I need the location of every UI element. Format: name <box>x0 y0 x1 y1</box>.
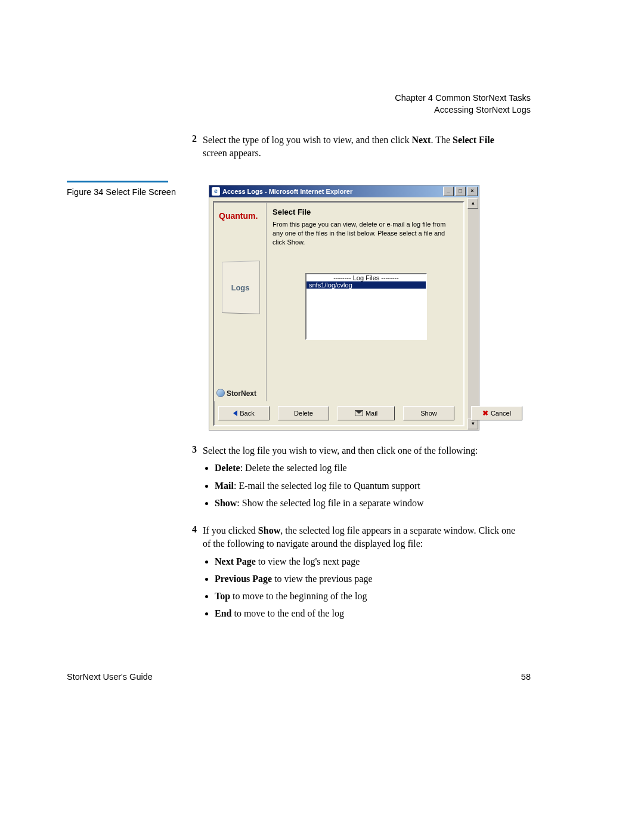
x-icon: ✖ <box>482 409 488 417</box>
section-line: Accessing StorNext Logs <box>395 104 531 116</box>
window-client-area: ▴ ▾ Quantum. Logs StorNext Select File F… <box>209 197 479 430</box>
list-item: End to move to the end of the log <box>215 606 516 620</box>
bullet-text: to move to the end of the log <box>231 608 343 618</box>
step-2: 2 Select the type of log you wish to vie… <box>203 134 516 160</box>
bullet-keyword: Top <box>215 591 230 601</box>
footer-page-number: 58 <box>521 672 531 682</box>
cancel-label: Cancel <box>491 410 511 417</box>
text: Select the type of log you wish to view,… <box>203 135 411 145</box>
window-buttons: _ □ × <box>443 187 478 196</box>
window-title: Access Logs - Microsoft Internet Explore… <box>222 188 352 195</box>
content-column: Select File From this page you can view,… <box>267 202 463 401</box>
step-number: 2 <box>192 134 197 144</box>
bullet-keyword: Previous Page <box>215 574 272 584</box>
minimize-button[interactable]: _ <box>443 187 454 196</box>
document-page: Chapter 4 Common StorNext Tasks Accessin… <box>0 0 644 833</box>
figure-caption: Figure 34 Select File Screen <box>67 187 176 197</box>
step-body: If you clicked Show, the selected log fi… <box>203 524 516 621</box>
step-3: 3 Select the log file you wish to view, … <box>203 444 516 513</box>
screenshot-window: e Access Logs - Microsoft Internet Explo… <box>209 185 479 431</box>
running-header: Chapter 4 Common StorNext Tasks Accessin… <box>395 92 531 116</box>
logs-label: Logs <box>231 283 249 292</box>
maximize-button[interactable]: □ <box>455 187 466 196</box>
window-titlebar: e Access Logs - Microsoft Internet Explo… <box>209 185 479 197</box>
bullet-text: : Delete the selected log file <box>240 463 347 473</box>
select-file-label: Select File <box>453 135 494 145</box>
button-bar: Back Delete Mail Show ✖Cancel <box>214 401 463 425</box>
logs-book-icon: Logs <box>222 261 259 314</box>
close-button[interactable]: × <box>467 187 478 196</box>
globe-icon <box>216 389 225 397</box>
list-item: Delete: Delete the selected log file <box>215 461 516 475</box>
bullet-text: to view the log's next page <box>256 556 360 566</box>
list-header: -------- Log Files -------- <box>306 274 426 281</box>
chapter-line: Chapter 4 Common StorNext Tasks <box>395 92 531 104</box>
footer-left: StorNext User's Guide <box>67 672 153 682</box>
back-label: Back <box>240 410 254 417</box>
figure-rule <box>67 181 168 182</box>
bullet-text: to move to the beginning of the log <box>230 591 367 601</box>
step-number: 4 <box>192 524 197 535</box>
bullet-keyword: Next Page <box>215 556 256 566</box>
mail-label: Mail <box>366 410 377 417</box>
back-button[interactable]: Back <box>218 406 270 420</box>
delete-label: Delete <box>294 410 313 417</box>
panel-description: From this page you can view, delete or e… <box>273 220 457 247</box>
text: screen appears. <box>203 148 261 158</box>
page-footer: StorNext User's Guide 58 <box>67 672 531 682</box>
text: If you clicked <box>203 525 258 535</box>
back-arrow-icon <box>233 410 237 416</box>
list-item-selected[interactable]: snfs1/log/cvlog <box>306 281 426 289</box>
bullet-text: : Show the selected log file in a separa… <box>237 498 423 508</box>
step3-intro: Select the log file you wish to view, an… <box>203 445 478 456</box>
bullet-keyword: Delete <box>215 463 240 473</box>
step-body: Select the log file you wish to view, an… <box>203 444 516 510</box>
list-item: Show: Show the selected log file in a se… <box>215 496 516 510</box>
envelope-icon <box>355 410 363 416</box>
quantum-logo: Quantum. <box>214 203 266 221</box>
cancel-button[interactable]: ✖Cancel <box>471 406 522 420</box>
mail-button[interactable]: Mail <box>338 406 395 420</box>
left-nav-column: Quantum. Logs StorNext <box>214 202 267 401</box>
log-files-listbox[interactable]: -------- Log Files -------- snfs1/log/cv… <box>305 273 427 340</box>
panel-title: Select File <box>273 208 457 216</box>
step3-bullets: Delete: Delete the selected log file Mai… <box>215 461 516 510</box>
bullet-text: to view the previous page <box>272 574 372 584</box>
bullet-keyword: Show <box>215 498 237 508</box>
show-label: Show <box>420 410 437 417</box>
list-item: Mail: E-mail the selected log file to Qu… <box>215 479 516 493</box>
ie-icon: e <box>212 187 220 196</box>
step-4: 4 If you clicked Show, the selected log … <box>203 524 516 624</box>
bullet-keyword: Mail <box>215 481 234 491</box>
text: . The <box>431 135 453 145</box>
stornext-logo: StorNext <box>216 389 256 398</box>
list-item: Previous Page to view the previous page <box>215 572 516 586</box>
step4-bullets: Next Page to view the log's next page Pr… <box>215 555 516 621</box>
step-number: 3 <box>192 444 197 455</box>
list-item: Top to move to the beginning of the log <box>215 589 516 603</box>
bullet-keyword: End <box>215 608 231 618</box>
show-button[interactable]: Show <box>403 406 454 420</box>
stornext-label: StorNext <box>227 389 256 398</box>
list-item: Next Page to view the log's next page <box>215 555 516 568</box>
step-body: Select the type of log you wish to view,… <box>203 134 516 160</box>
delete-button[interactable]: Delete <box>278 406 329 420</box>
show-label: Show <box>258 525 280 535</box>
dialog-panel: Quantum. Logs StorNext Select File From … <box>213 201 465 426</box>
next-label: Next <box>411 135 431 145</box>
bullet-text: : E-mail the selected log file to Quantu… <box>234 481 420 491</box>
scrollbar-up-icon[interactable]: ▴ <box>467 198 478 209</box>
